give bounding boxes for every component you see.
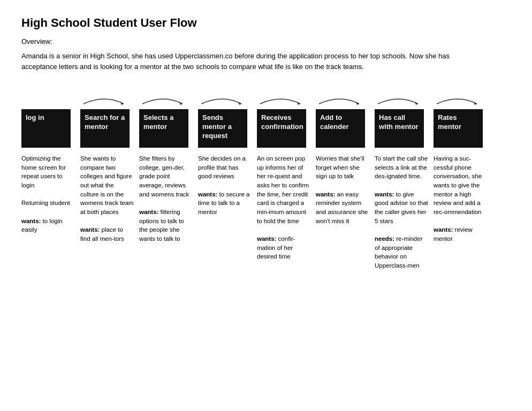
arrow-6: [370, 93, 429, 107]
page-title: High School Student User Flow: [21, 16, 511, 30]
step-desc-selects-mentor: She filters by college, gen-der, grade p…: [139, 154, 193, 243]
step-box-sends-request: Sends mentor a request: [198, 109, 247, 148]
overview-text: Amanda is a senior in High School, she h…: [21, 51, 482, 72]
step-desc-sends-request: She decides on a profile that has good r…: [198, 154, 252, 217]
step-desc-log-in: Optimizing the home screen for repeat us…: [21, 154, 75, 234]
arrow-3: [193, 93, 252, 107]
step-box-receives-confirmation: Receives confirmation: [257, 109, 306, 148]
step-box-has-call-with-mentor: Has call with mentor: [375, 109, 424, 148]
arrow-7: [429, 93, 488, 107]
arrow-1: [75, 93, 134, 107]
step-box-rates-mentor: Rates mentor: [434, 109, 483, 148]
flow-step-has-call-with-mentor: Has call with mentorTo start the call sh…: [375, 109, 434, 270]
overview-label: Overview:: [21, 37, 511, 45]
steps-row: log inOptimizing the home screen for rep…: [21, 109, 511, 270]
step-desc-rates-mentor: Having a suc-cessful phone conversation,…: [434, 154, 487, 243]
arrows-container: [21, 93, 511, 107]
flow-step-sends-request: Sends mentor a requestShe decides on a p…: [198, 109, 257, 217]
step-desc-add-to-calendar: Worries that she'll forget when she sign…: [316, 154, 369, 225]
flow-step-log-in: log inOptimizing the home screen for rep…: [21, 109, 80, 234]
flow-step-add-to-calendar: Add to calenderWorries that she'll forge…: [316, 109, 375, 225]
flow-step-rates-mentor: Rates mentorHaving a suc-cessful phone c…: [434, 109, 492, 243]
arrow-4: [252, 93, 311, 107]
step-desc-search-for-mentor: She wants to compare two colleges and fi…: [80, 154, 134, 243]
arrow-5: [311, 93, 370, 107]
step-box-log-in: log in: [21, 109, 71, 148]
arrow-2: [134, 93, 193, 107]
step-box-selects-mentor: Selects a mentor: [139, 109, 188, 148]
step-desc-has-call-with-mentor: To start the call she selects a link at …: [375, 154, 428, 270]
step-box-search-for-mentor: Search for a mentor: [80, 109, 130, 148]
flow-step-selects-mentor: Selects a mentorShe filters by college, …: [139, 109, 198, 243]
flow-section: log inOptimizing the home screen for rep…: [21, 93, 511, 270]
flow-step-search-for-mentor: Search for a mentorShe wants to compare …: [80, 109, 139, 243]
step-box-add-to-calendar: Add to calender: [316, 109, 365, 148]
step-desc-receives-confirmation: An on screen pop up informs her of her r…: [257, 154, 310, 261]
flow-step-receives-confirmation: Receives confirmationAn on screen pop up…: [257, 109, 316, 261]
